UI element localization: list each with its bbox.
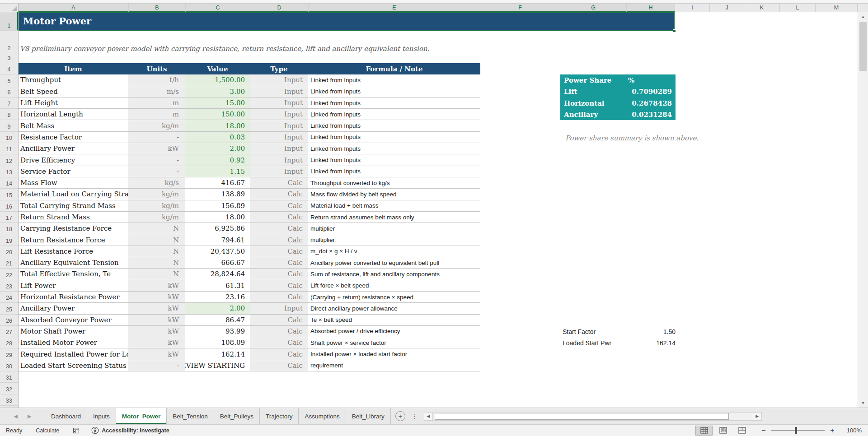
value-cell[interactable]: 20,437.50 bbox=[185, 246, 250, 257]
type-cell[interactable]: Input bbox=[250, 109, 308, 120]
row-header[interactable]: 24 bbox=[0, 292, 18, 303]
row-header[interactable]: 13 bbox=[0, 166, 18, 177]
item-cell[interactable]: Material Load on Carrying Stran bbox=[19, 189, 128, 199]
units-cell[interactable]: kW bbox=[128, 292, 185, 302]
value-cell[interactable]: 150.00 bbox=[185, 109, 250, 120]
header-type[interactable]: Type bbox=[250, 63, 308, 74]
item-cell[interactable]: Horizontal Resistance Power bbox=[19, 292, 128, 302]
note-cell[interactable]: Linked from Inputs bbox=[308, 86, 480, 97]
item-cell[interactable]: Resistance Factor bbox=[19, 132, 128, 143]
type-cell[interactable]: Input bbox=[250, 303, 308, 314]
value-cell[interactable]: 1.15 bbox=[185, 166, 250, 177]
units-cell[interactable]: N bbox=[128, 234, 185, 245]
scroll-right-arrow-icon[interactable]: ▶ bbox=[753, 412, 762, 421]
zoom-slider[interactable] bbox=[771, 430, 825, 431]
header-item[interactable]: Item bbox=[19, 63, 128, 74]
accessibility-status[interactable]: Accessibility: Investigate bbox=[91, 427, 169, 434]
item-cell[interactable]: Lift Power bbox=[19, 280, 128, 291]
type-cell[interactable]: Calc bbox=[250, 200, 308, 211]
value-cell[interactable]: 666.67 bbox=[185, 257, 250, 268]
row-header[interactable]: 4 bbox=[0, 63, 18, 74]
units-cell[interactable]: t/h bbox=[128, 74, 185, 85]
header-value[interactable]: Value bbox=[185, 63, 250, 74]
type-cell[interactable]: Input bbox=[250, 166, 308, 177]
units-cell[interactable]: kW bbox=[128, 303, 185, 314]
item-cell[interactable]: Total Effective Tension, Te bbox=[19, 269, 128, 279]
item-cell[interactable]: Carrying Resistance Force bbox=[19, 223, 128, 234]
power-share-label[interactable]: Ancillary bbox=[560, 111, 598, 119]
column-header-m[interactable]: M bbox=[816, 4, 858, 12]
units-cell[interactable]: - bbox=[128, 360, 185, 371]
column-header-a[interactable]: A bbox=[19, 4, 129, 12]
row-header[interactable]: 29 bbox=[0, 348, 18, 360]
note-cell[interactable]: Linked from Inputs bbox=[308, 120, 480, 131]
value-cell[interactable]: 28,824.64 bbox=[185, 269, 250, 279]
note-cell[interactable]: Te × belt speed bbox=[308, 315, 480, 325]
value-cell[interactable]: 1,500.00 bbox=[185, 74, 250, 85]
note-cell[interactable]: Linked from Inputs bbox=[308, 166, 480, 177]
horizontal-scroll-track[interactable] bbox=[433, 412, 753, 421]
item-cell[interactable]: Required Installed Power for Lo bbox=[19, 348, 128, 359]
row-header[interactable]: 5 bbox=[0, 74, 18, 86]
value-cell[interactable]: EVIEW STARTING bbox=[185, 360, 250, 371]
note-cell[interactable]: Ancillary power converted to equivalent … bbox=[308, 257, 480, 268]
note-cell[interactable]: Linked from Inputs bbox=[308, 132, 480, 143]
value-cell[interactable]: 416.67 bbox=[185, 177, 250, 188]
vertical-scrollbar[interactable]: ▲ ▼ bbox=[858, 12, 868, 408]
row-header[interactable]: 33 bbox=[0, 394, 18, 406]
value-cell[interactable]: 15.00 bbox=[185, 97, 250, 108]
item-cell[interactable]: Belt Speed bbox=[19, 86, 128, 97]
units-cell[interactable]: kg/m bbox=[128, 200, 185, 211]
type-cell[interactable]: Calc bbox=[250, 189, 308, 199]
item-cell[interactable]: Service Factor bbox=[19, 166, 128, 177]
power-share-value[interactable]: 0.2678428 bbox=[632, 99, 672, 107]
row-header[interactable]: 30 bbox=[0, 360, 18, 371]
row-header[interactable]: 16 bbox=[0, 200, 18, 212]
new-sheet-button[interactable]: + bbox=[395, 411, 405, 421]
units-cell[interactable]: N bbox=[128, 257, 185, 268]
type-cell[interactable]: Input bbox=[250, 86, 308, 97]
item-cell[interactable]: Return Strand Mass bbox=[19, 212, 128, 223]
column-header-j[interactable]: J bbox=[710, 4, 744, 12]
column-header-k[interactable]: K bbox=[744, 4, 780, 12]
type-cell[interactable]: Calc bbox=[250, 177, 308, 188]
value-cell[interactable]: 18.00 bbox=[185, 212, 250, 223]
units-cell[interactable]: N bbox=[128, 269, 185, 279]
units-cell[interactable]: kW bbox=[128, 326, 185, 337]
note-cell[interactable]: Throughput converted to kg/s bbox=[308, 177, 480, 188]
value-cell[interactable]: 6,925.86 bbox=[185, 223, 250, 234]
zoom-slider-thumb[interactable] bbox=[795, 427, 797, 434]
item-cell[interactable]: Horizontal Length bbox=[19, 109, 128, 120]
note-cell[interactable]: Lift force × belt speed bbox=[308, 280, 480, 291]
note-cell[interactable]: Linked from Inputs bbox=[308, 97, 480, 108]
value-cell[interactable]: 156.89 bbox=[185, 200, 250, 211]
page-layout-view-button[interactable] bbox=[714, 426, 732, 436]
side-stat-value[interactable]: 1.50 bbox=[663, 328, 676, 335]
units-cell[interactable]: kg/m bbox=[128, 120, 185, 131]
horizontal-scrollbar[interactable]: ◀ ▶ bbox=[424, 412, 762, 421]
sheet-tab[interactable]: Inputs bbox=[87, 408, 116, 424]
type-cell[interactable]: Calc bbox=[250, 348, 308, 359]
row-header[interactable]: 23 bbox=[0, 280, 18, 292]
row-header[interactable]: 11 bbox=[0, 143, 18, 154]
note-cell[interactable]: Material load + belt mass bbox=[308, 200, 480, 211]
units-cell[interactable]: kW bbox=[128, 315, 185, 325]
sheet-tab[interactable]: Dashboard bbox=[45, 408, 87, 424]
item-cell[interactable]: Return Resistance Force bbox=[19, 234, 128, 245]
item-cell[interactable]: Ancillary Power bbox=[19, 143, 128, 154]
units-cell[interactable]: m bbox=[128, 109, 185, 120]
sheet-tab[interactable]: Assumptions bbox=[299, 408, 346, 424]
item-cell[interactable]: Motor Shaft Power bbox=[19, 326, 128, 337]
type-cell[interactable]: Input bbox=[250, 154, 308, 165]
zoom-level[interactable]: 100% bbox=[838, 427, 862, 434]
sheet-tab[interactable]: Trajectory bbox=[260, 408, 299, 424]
row-header[interactable]: 6 bbox=[0, 86, 18, 97]
row-header[interactable]: 21 bbox=[0, 257, 18, 269]
row-header[interactable]: 17 bbox=[0, 212, 18, 223]
row-header[interactable]: 1 bbox=[0, 12, 18, 31]
sheet-tab[interactable]: Belt_Pulleys bbox=[214, 408, 260, 424]
power-share-value[interactable]: 0.7090289 bbox=[632, 88, 672, 96]
row-header[interactable]: 27 bbox=[0, 326, 18, 337]
side-stat-value[interactable]: 162.14 bbox=[656, 339, 676, 347]
type-cell[interactable]: Input bbox=[250, 143, 308, 154]
